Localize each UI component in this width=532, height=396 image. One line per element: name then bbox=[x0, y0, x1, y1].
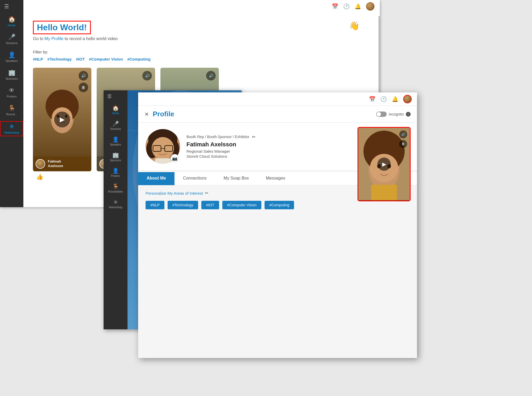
card-1-avatar bbox=[36, 159, 45, 169]
toggle-knob bbox=[377, 112, 381, 116]
mid-home-icon: 🏠 bbox=[112, 105, 119, 111]
pv-play-button[interactable]: ▶ bbox=[377, 157, 391, 171]
profile-topbar: 📅 🕐 🔔 bbox=[138, 92, 417, 106]
mid-sidebar-posters[interactable]: 👤 Posters bbox=[104, 166, 127, 179]
personalize-edit-icon[interactable]: ✏ bbox=[205, 191, 208, 195]
sidebar-item-label: Networking bbox=[4, 131, 19, 134]
filter-tag-iot[interactable]: #IOT bbox=[76, 57, 85, 61]
interest-tag-technology[interactable]: #Technology bbox=[168, 201, 198, 209]
filter-tag-technology[interactable]: #Technology bbox=[47, 57, 71, 61]
sidebar-item-networking[interactable]: ✳ Networking bbox=[0, 121, 23, 136]
personalize-link[interactable]: Personalize My Areas of Interest bbox=[146, 191, 203, 195]
interest-tag-iot[interactable]: #IOT bbox=[201, 201, 219, 209]
mid-sidebar-label: Networking bbox=[109, 206, 122, 209]
incognito-label: incognito bbox=[389, 112, 404, 116]
sidebar-item-label: Round... bbox=[6, 113, 17, 116]
mid-sidebar-home[interactable]: 🏠 Home bbox=[104, 104, 127, 116]
profile-title-row: ✕ Profile incognito i bbox=[138, 106, 417, 123]
profile-bell-icon[interactable]: 🔔 bbox=[392, 96, 398, 102]
roundtables-icon: 🪑 bbox=[8, 105, 15, 112]
interest-tag-nlp[interactable]: #NLP bbox=[146, 201, 164, 209]
mid-sidebar-sponsors[interactable]: 🏢 Sponsors bbox=[104, 151, 127, 163]
interest-tag-computer-vision[interactable]: #Computer Vision bbox=[222, 201, 261, 209]
mid-sidebar-label: Speakers bbox=[110, 143, 121, 146]
filter-tag-computer-vision[interactable]: #Computer Vision bbox=[89, 57, 123, 61]
camera-button[interactable]: 📷 bbox=[171, 154, 179, 163]
profile-title: Profile bbox=[153, 110, 174, 118]
tab-my-soap-box[interactable]: My Soap Box bbox=[215, 172, 257, 185]
card-1-info: FatimahAxelsson bbox=[33, 156, 91, 171]
close-button[interactable]: ✕ bbox=[144, 111, 149, 117]
sidebar-item-label: Home bbox=[8, 24, 15, 27]
incognito-toggle: incognito i bbox=[376, 112, 411, 117]
sessions-icon: 🎤 bbox=[8, 34, 15, 41]
pv-delete-btn[interactable]: 🗑 bbox=[399, 140, 407, 148]
video-card-1: 🔊 🗑 ▶ FatimahAxelsson bbox=[33, 68, 91, 171]
profile-avatar-wrap: 📷 bbox=[146, 129, 180, 164]
filter-tag-computing[interactable]: #Computing bbox=[127, 57, 151, 61]
role-edit-icon[interactable]: ✏ bbox=[252, 134, 256, 139]
filter-section: Filter by: #NLP #Technology #IOT #Comput… bbox=[33, 50, 370, 61]
my-profile-link[interactable]: My Profile bbox=[45, 36, 63, 41]
mid-sidebar-speakers[interactable]: 👤 Speakers bbox=[104, 135, 127, 147]
profile-calendar-icon[interactable]: 📅 bbox=[369, 96, 376, 102]
networking-icon: ✳ bbox=[9, 123, 14, 130]
tab-about-me[interactable]: About Me bbox=[138, 172, 175, 185]
mid-hamburger[interactable]: ☰ bbox=[104, 93, 112, 99]
clock-icon[interactable]: 🕐 bbox=[343, 3, 350, 10]
bell-icon[interactable]: 🔔 bbox=[355, 3, 361, 10]
svg-rect-30 bbox=[371, 185, 397, 200]
speakers-icon: 👤 bbox=[8, 52, 15, 58]
profile-user-details: Booth Rep / Booth Sponsor / Exhibitor ✏ … bbox=[186, 134, 256, 159]
filter-label: Filter by: bbox=[33, 50, 370, 54]
profile-role: Booth Rep / Booth Sponsor / Exhibitor bbox=[186, 135, 249, 139]
profile-role-row: Booth Rep / Booth Sponsor / Exhibitor ✏ bbox=[186, 134, 256, 139]
profile-clock-icon[interactable]: 🕐 bbox=[380, 96, 387, 102]
sponsors-icon: 🏢 bbox=[8, 69, 15, 76]
volume-btn-1[interactable]: 🔊 bbox=[79, 71, 88, 80]
posters-icon: 👁 bbox=[9, 87, 15, 94]
mid-sidebar-roundtables[interactable]: 🪑 Roundtables bbox=[104, 182, 127, 194]
sidebar-item-label: Speakers bbox=[6, 59, 18, 62]
profile-position: Regional Sales Manager bbox=[186, 149, 256, 154]
interest-tag-computing[interactable]: #Computing bbox=[265, 201, 294, 209]
play-btn-1[interactable]: ▶ bbox=[54, 112, 70, 127]
calendar-icon[interactable]: 📅 bbox=[332, 3, 338, 10]
user-avatar[interactable] bbox=[366, 2, 374, 11]
mid-sidebar-label: Sponsors bbox=[110, 159, 121, 162]
mid-posters-icon: 👤 bbox=[112, 168, 119, 174]
mid-sidebar-label: Home bbox=[112, 112, 119, 115]
mid-sidebar-networking[interactable]: ✳ Networking bbox=[104, 198, 127, 210]
sidebar-item-roundtables[interactable]: 🪑 Round... bbox=[0, 103, 23, 117]
pv-volume-btn[interactable]: 🔊 bbox=[399, 130, 407, 138]
hamburger-menu[interactable]: ☰ bbox=[0, 3, 9, 10]
filter-tag-nlp[interactable]: #NLP bbox=[33, 57, 43, 61]
sidebar-item-label: Sessions bbox=[6, 41, 18, 45]
sidebar-dark: ☰ 🏠 Home 🎤 Sessions 👤 Speakers 🏢 Sponsor… bbox=[0, 0, 23, 207]
volume-btn-2[interactable]: 🔊 bbox=[142, 71, 152, 80]
hello-world-title: Hello World! bbox=[33, 21, 91, 34]
sidebar-item-speakers[interactable]: 👤 Speakers bbox=[0, 50, 23, 64]
mid-networking-icon: ✳ bbox=[113, 199, 118, 205]
hello-world-subtitle: Go to My Profile to record a hello world… bbox=[33, 36, 118, 41]
profile-video-thumbnail[interactable]: 🔊 🗑 ▶ bbox=[357, 127, 411, 201]
incognito-switch[interactable] bbox=[376, 112, 387, 117]
sidebar-item-posters[interactable]: 👁 Posters bbox=[0, 86, 23, 100]
sidebar-item-sponsors[interactable]: 🏢 Sponsors bbox=[0, 68, 23, 82]
info-icon[interactable]: i bbox=[406, 112, 411, 117]
profile-name: Fatimah Axelsson bbox=[186, 141, 256, 148]
mid-sidebar-sessions[interactable]: 🎤 Sessions bbox=[104, 119, 127, 132]
tab-messages[interactable]: Messages bbox=[257, 172, 294, 185]
volume-btn-3[interactable]: 🔊 bbox=[206, 71, 216, 80]
sidebar-item-home[interactable]: 🏠 Home bbox=[0, 14, 23, 28]
mid-sidebar: ☰ 🏠 Home 🎤 Sessions 👤 Speakers 🏢 Sponsor… bbox=[104, 90, 127, 329]
tab-connections[interactable]: Connections bbox=[175, 172, 215, 185]
filter-tags: #NLP #Technology #IOT #Computer Vision #… bbox=[33, 57, 370, 61]
delete-btn-1[interactable]: 🗑 bbox=[79, 83, 88, 92]
profile-panel: 📅 🕐 🔔 ✕ Profile incognito i bbox=[138, 92, 417, 358]
interest-tags: #NLP #Technology #IOT #Computer Vision #… bbox=[146, 201, 410, 209]
profile-header-avatar[interactable] bbox=[403, 95, 412, 103]
card-1-controls: 🔊 🗑 bbox=[79, 71, 88, 92]
sidebar-item-sessions[interactable]: 🎤 Sessions bbox=[0, 32, 23, 46]
mid-sidebar-label: Roundtables bbox=[108, 190, 123, 193]
